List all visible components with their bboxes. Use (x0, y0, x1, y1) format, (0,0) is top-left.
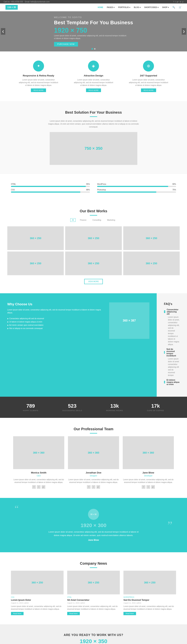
faq-question-2[interactable]: + Sed do eiusmod tempor incididunt (164, 348, 180, 357)
testimonial-size-label: 1920 × 300 (18, 522, 169, 528)
news-desc-2: Lorem ipsum dolor sit amet, consectetur … (67, 605, 120, 610)
portfolio-more: View More (7, 279, 180, 284)
stat-coffee: 17k CUPS OF COFFEE (147, 403, 164, 412)
skill-wp-fill (97, 186, 168, 187)
solution-section: Best Solution For Your Business Lorem ip… (0, 101, 187, 174)
news-item-2: 360 × 250 HTML Sit Amet Consectetur Augu… (67, 571, 120, 615)
stat-coffee-label: CUPS OF COFFEE (147, 410, 164, 412)
skill-css-label: CSS 88% (11, 189, 90, 191)
portfolio-item-2[interactable]: 360 × 250 (65, 226, 122, 250)
why-description: Lorem ipsum dolor sit amet, consectetur … (7, 308, 106, 314)
portfolio-divider (90, 215, 97, 216)
testimonial-photo: 90 × 90 (88, 509, 99, 520)
why-list-item-1: Consectetur adipiscing elit sed do eiusm… (7, 317, 106, 320)
stat-coffee-number: 17k (147, 403, 164, 409)
news-category-3: WordPress (123, 596, 176, 598)
team1-google-icon[interactable]: g+ (42, 485, 45, 489)
team-desc-1: Lorem ipsum dolor sit amet, consectetur … (13, 478, 64, 484)
nav-cart-icon[interactable]: 🛒 (179, 6, 181, 8)
nav-pages[interactable]: PAGES ▾ (107, 6, 114, 8)
portfolio-item-3[interactable]: 360 × 250 (123, 226, 180, 250)
solution-image: 750 × 350 (50, 132, 137, 165)
team-name-2: Jonathan Doe (68, 471, 119, 474)
faq-icon-1: + (164, 310, 165, 313)
slider-prev-button[interactable]: ❮ (1, 28, 5, 35)
skills-left: HTML 95% CSS 88% (11, 181, 90, 192)
team-desc-2: Lorem ipsum dolor sit amet, consectetur … (68, 478, 119, 484)
team2-twitter-icon[interactable]: t (92, 485, 95, 489)
slider-next-button[interactable]: ❯ (182, 28, 186, 35)
portfolio-grid: 360 × 250 360 × 250 360 × 250 360 × 250 … (7, 226, 180, 275)
portfolio-item-5[interactable]: 360 × 250 (65, 252, 122, 275)
feature-design-button[interactable]: Read More (86, 88, 101, 92)
topbar-facebook-icon[interactable]: f (173, 1, 174, 3)
nav-blog[interactable]: BLOG ▾ (134, 6, 141, 8)
stat-hours: 13k WORKING HOURS (106, 403, 123, 412)
why-list-item-4: Nisi ut aliquip ex ea commodo consequat (7, 327, 106, 330)
top-bar-phone: Call Us: +001-8700-333 (4, 1, 23, 3)
news-item-1: 360 × 250 CSS Lorem Ipsum Dolor August 1… (11, 571, 64, 615)
filter-all[interactable]: All (70, 218, 76, 222)
feature-support-button[interactable]: Read More (141, 88, 156, 92)
team-photo-2: 360 × 360 (68, 436, 119, 469)
feature-responsive-button[interactable]: Read More (31, 88, 46, 92)
team3-facebook-icon[interactable]: f (142, 485, 145, 489)
topbar-google-icon[interactable]: g+ (176, 1, 178, 3)
faq-question-3[interactable]: + Et dolore magna aliqua ut enim (164, 379, 180, 386)
topbar-twitter-icon[interactable]: t (175, 1, 175, 3)
why-list-item-2: Ut labore et dolore magna aliqua ut enim (7, 320, 106, 324)
nav-shop[interactable]: SHOP ▾ (162, 6, 169, 8)
skill-ps-fill (97, 192, 156, 192)
news-title-3: Sed Do Eiusmod Tempor (123, 599, 176, 601)
team2-google-icon[interactable]: g+ (96, 485, 100, 489)
stat-hours-label: WORKING HOURS (106, 410, 123, 412)
team3-twitter-icon[interactable]: t (146, 485, 150, 489)
portfolio-item-1[interactable]: 360 × 250 (7, 226, 64, 250)
faq-question-1[interactable]: + Consectetur adipiscing elit (164, 308, 180, 315)
feature-design: ◈ Attractive Design Lorem ipsum dolor si… (73, 60, 114, 92)
filter-consulting[interactable]: Consulting (91, 218, 103, 222)
slider-dot-2[interactable] (94, 48, 96, 50)
portfolio-item-6[interactable]: 360 × 250 (123, 252, 180, 275)
hero-cta-button[interactable]: Purchase Now (54, 42, 78, 46)
nav-shortcodes[interactable]: SHORTCODES ▾ (144, 6, 158, 8)
top-bar-socials: f t g+ in p (173, 1, 183, 3)
filter-finance[interactable]: Finance (78, 218, 88, 222)
logo[interactable]: 118 × 35 (6, 5, 18, 10)
why-faq-row: Why Choose Us Lorem ipsum dolor sit amet… (0, 293, 187, 397)
portfolio-item-4[interactable]: 360 × 250 (7, 252, 64, 275)
skill-wp-bar (97, 186, 176, 187)
feature-responsive: ✦ Responsive & Retina Ready Lorem ipsum … (19, 60, 59, 92)
topbar-pinterest-icon[interactable]: p (182, 1, 183, 3)
skill-css-fill (11, 192, 80, 192)
team1-twitter-icon[interactable]: t (37, 485, 41, 489)
hero-content: WELCOME TO SOFITO Best Template For You … (43, 16, 144, 47)
faq-item-1: + Consectetur adipiscing elit Lorem ipsu… (164, 308, 180, 346)
team1-facebook-icon[interactable]: f (32, 485, 36, 489)
nav-home[interactable]: HOME (98, 6, 103, 8)
news-header: Company News (11, 562, 176, 568)
news-section: Company News 360 × 250 CSS Lorem Ipsum D… (0, 552, 187, 624)
stat-clients-label: HAPPY CLIENTS (23, 410, 38, 412)
team3-google-icon[interactable]: g+ (151, 485, 155, 489)
news-image-1: 360 × 250 (11, 571, 64, 594)
faq-answer-2: Lorem ipsum dolor sit amet consectetur a… (164, 358, 180, 376)
news-title: Company News (11, 562, 176, 566)
skills-section: HTML 95% CSS 88% WordPress 90% (0, 174, 187, 200)
topbar-linkedin-icon[interactable]: in (180, 1, 181, 3)
nav-search-icon[interactable]: 🔍 (172, 6, 175, 8)
main-nav: HOME PAGES ▾ PORTFOLIO ▾ BLOG ▾ SHORTCOD… (98, 6, 181, 8)
top-bar: Call Us: +001-8700-333 Email: hello@your… (0, 0, 187, 4)
filter-marketing[interactable]: Marketing (106, 218, 117, 222)
feature-design-desc: Lorem ipsum dolor sit amet, consectetur … (73, 78, 114, 87)
view-more-button[interactable]: View More (84, 279, 103, 284)
news-button-1[interactable]: Read More (11, 612, 24, 615)
team2-facebook-icon[interactable]: f (87, 485, 91, 489)
news-button-2[interactable]: Read More (67, 612, 80, 615)
slider-dot-1[interactable] (91, 48, 93, 50)
feature-support: ⊕ 24/7 Supported Lorem ipsum dolor sit a… (128, 60, 168, 92)
team-grid: 360 × 360 Monica Smith CEO Lorem ipsum d… (11, 436, 176, 489)
nav-portfolio[interactable]: PORTFOLIO ▾ (118, 6, 130, 8)
news-desc-3: Lorem ipsum dolor sit amet, consectetur … (123, 605, 176, 610)
news-button-3[interactable]: Read More (123, 612, 136, 615)
